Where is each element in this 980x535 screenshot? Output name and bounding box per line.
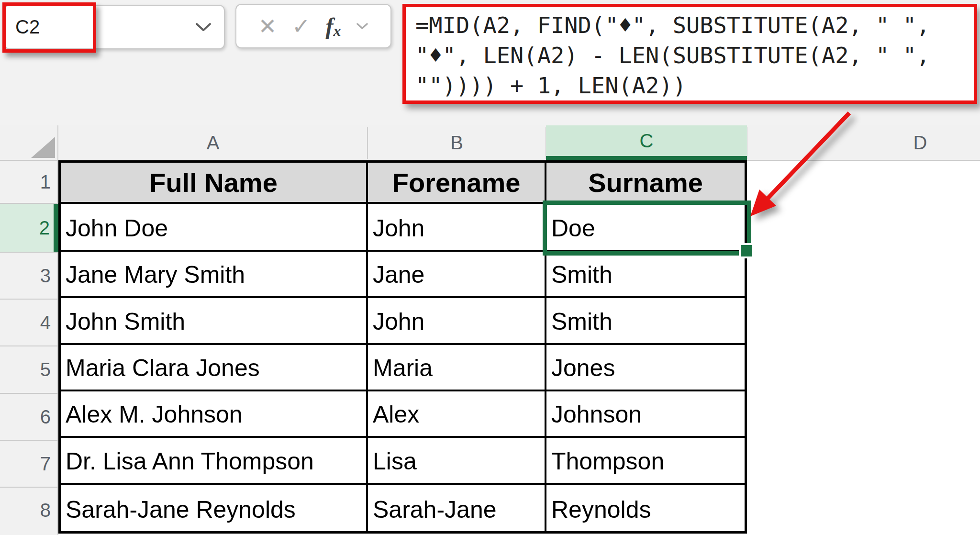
- insert-function-icon[interactable]: fx: [325, 13, 341, 39]
- enter-icon[interactable]: ✓: [292, 15, 311, 37]
- table-header-cell[interactable]: Full Name: [61, 163, 368, 204]
- name-box-chevron-down-icon[interactable]: [195, 22, 212, 32]
- formula-input[interactable]: =MID(A2, FIND("♦", SUBSTITUTE(A2, " ", "…: [402, 4, 977, 104]
- row-header-4[interactable]: 4: [0, 299, 58, 346]
- table-cell[interactable]: Johnson: [546, 391, 745, 438]
- red-arrow: [732, 96, 876, 239]
- table-cell[interactable]: Smith: [546, 298, 745, 345]
- column-header-A[interactable]: A: [58, 125, 368, 160]
- table-cell[interactable]: John: [368, 298, 546, 345]
- table-cell[interactable]: John: [368, 204, 546, 252]
- row-header-divider: [0, 393, 58, 394]
- table-cell[interactable]: Doe: [546, 204, 745, 252]
- table-cell[interactable]: John Doe: [61, 204, 368, 252]
- row-header-divider: [0, 346, 58, 346]
- select-all-triangle-icon: [31, 137, 55, 158]
- table-cell[interactable]: Sarah-Jane Reynolds: [61, 485, 368, 531]
- table-cell[interactable]: Sarah-Jane: [368, 485, 546, 531]
- row-header-divider: [0, 252, 58, 253]
- fx-chevron-down-icon[interactable]: [356, 22, 368, 30]
- table-cell[interactable]: Jones: [546, 345, 745, 391]
- row-header-1[interactable]: 1: [0, 160, 58, 203]
- table-cell[interactable]: Alex: [368, 391, 546, 438]
- row-header-7[interactable]: 7: [0, 440, 58, 487]
- row-header-6[interactable]: 6: [0, 393, 58, 440]
- table-cell[interactable]: Alex M. Johnson: [61, 391, 368, 438]
- table-cell[interactable]: Jane Mary Smith: [61, 252, 368, 298]
- row-header-3[interactable]: 3: [0, 252, 58, 299]
- table-cell[interactable]: Maria: [368, 345, 546, 391]
- table-cell[interactable]: Reynolds: [546, 485, 745, 531]
- formula-buttons-group: ✕ ✓ fx: [235, 4, 391, 48]
- row-header-divider: [0, 299, 58, 300]
- table-cell[interactable]: Thompson: [546, 438, 745, 484]
- row-header-2[interactable]: 2: [0, 203, 58, 252]
- row-header-divider: [0, 487, 58, 488]
- table-cell[interactable]: Smith: [546, 252, 745, 298]
- row-header-5[interactable]: 5: [0, 346, 58, 393]
- column-header-C[interactable]: C: [546, 125, 747, 160]
- row-header-8[interactable]: 8: [0, 487, 58, 534]
- column-header-B[interactable]: B: [368, 125, 546, 160]
- row-header-divider: [0, 440, 58, 441]
- table-cell[interactable]: Jane: [368, 252, 546, 298]
- excel-window: C2 ✕ ✓ fx =MID(A2, FIND("♦", SUBSTITUTE(…: [0, 0, 980, 535]
- cancel-icon[interactable]: ✕: [258, 15, 277, 37]
- table-cell[interactable]: Maria Clara Jones: [61, 345, 368, 391]
- table-cell[interactable]: Lisa: [368, 438, 546, 484]
- select-all-button[interactable]: [0, 125, 58, 160]
- row-header-divider: [0, 203, 58, 204]
- name-box-red-highlight: [2, 2, 96, 53]
- table-header-cell[interactable]: Surname: [546, 163, 745, 204]
- formula-text[interactable]: =MID(A2, FIND("♦", SUBSTITUTE(A2, " ", "…: [406, 7, 974, 100]
- table-cell[interactable]: John Smith: [61, 298, 368, 345]
- table-header-cell[interactable]: Forename: [368, 163, 546, 204]
- data-table: Full NameForenameSurnameJohn DoeJohnDoeJ…: [58, 160, 747, 534]
- table-cell[interactable]: Dr. Lisa Ann Thompson: [61, 438, 368, 484]
